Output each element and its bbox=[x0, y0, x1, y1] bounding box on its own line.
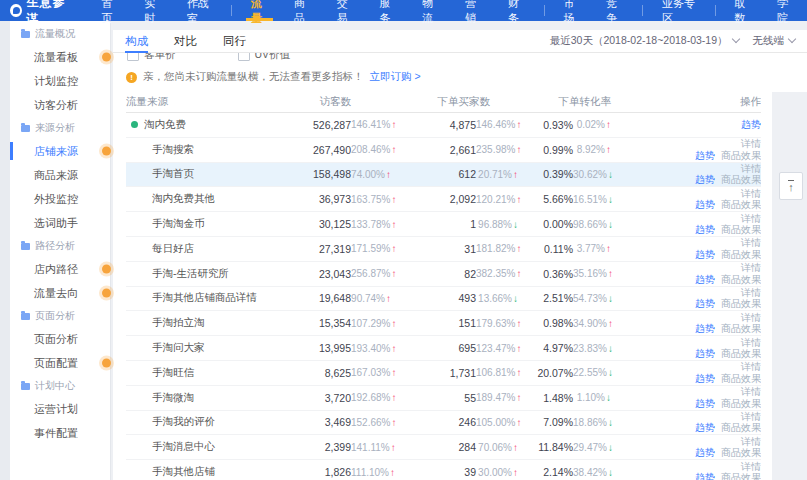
tab-compare[interactable]: 对比 bbox=[174, 30, 197, 52]
terminal-selector[interactable]: 无线端 bbox=[753, 34, 796, 48]
sidebar-item[interactable]: 商品来源 bbox=[10, 163, 110, 187]
nav-item[interactable]: 流量 bbox=[238, 0, 281, 21]
sidebar-item[interactable]: 选词助手 bbox=[10, 211, 110, 235]
trend-link[interactable]: 趋势 bbox=[695, 447, 715, 458]
effect-link[interactable]: 商品效果 bbox=[721, 323, 761, 334]
nav-item[interactable]: 作战室 bbox=[174, 0, 225, 21]
trend-link[interactable]: 趋势 bbox=[695, 348, 715, 359]
table-row[interactable]: 手淘旺信8,625167.03%↑1,731106.81%↑20.07%22.5… bbox=[126, 361, 761, 386]
sidebar-item[interactable]: 事件配置 bbox=[10, 421, 110, 445]
sidebar-item[interactable]: 页面分析 bbox=[10, 327, 110, 351]
nav-item[interactable]: 营销 bbox=[452, 0, 495, 21]
sidebar-item[interactable]: 流量看板 bbox=[10, 45, 110, 69]
sidebar-section[interactable]: 来源分析 bbox=[10, 117, 110, 139]
sidebar-item[interactable]: 店铺来源 bbox=[10, 139, 110, 163]
detail-link[interactable]: 详情 bbox=[741, 436, 761, 447]
date-range-selector[interactable]: 最近30天（2018-02-18~2018-03-19） bbox=[550, 34, 739, 48]
effect-link[interactable]: 商品效果 bbox=[721, 199, 761, 210]
sidebar-section[interactable]: 页面分析 bbox=[10, 305, 110, 327]
effect-link[interactable]: 商品效果 bbox=[721, 447, 761, 458]
trend-link[interactable]: 趋势 bbox=[695, 373, 715, 384]
trend-link[interactable]: 趋势 bbox=[695, 224, 715, 235]
sidebar-item[interactable]: 页面配置 bbox=[10, 351, 110, 375]
detail-link[interactable]: 详情 bbox=[741, 411, 761, 422]
nav-item[interactable]: 竞争 bbox=[593, 0, 636, 21]
trend-link[interactable]: 趋势 bbox=[695, 323, 715, 334]
subscribe-link[interactable]: 立即订购 > bbox=[370, 70, 421, 84]
detail-link[interactable]: 详情 bbox=[741, 237, 761, 248]
checkbox-customer-price[interactable]: 客单价 bbox=[127, 53, 176, 64]
trend-link[interactable]: 趋势 bbox=[695, 472, 715, 480]
sidebar-section[interactable]: 路径分析 bbox=[10, 235, 110, 257]
trend-link[interactable]: 趋势 bbox=[695, 174, 715, 185]
table-row[interactable]: 淘内免费其他36,973163.75%↑2,092120.21%↑5.66%16… bbox=[126, 187, 761, 212]
app-logo[interactable]: 生意参谋 bbox=[10, 0, 72, 28]
detail-link[interactable]: 详情 bbox=[741, 461, 761, 472]
nav-item[interactable]: 物流 bbox=[409, 0, 452, 21]
table-row[interactable]: 手淘消息中心2,399141.11%↑28470.06%↑11.84%29.47… bbox=[126, 435, 761, 460]
nav-item[interactable]: 取数 bbox=[721, 0, 764, 21]
nav-item[interactable]: 财务 bbox=[495, 0, 538, 21]
trend-link[interactable]: 趋势 bbox=[741, 119, 761, 130]
effect-link[interactable]: 商品效果 bbox=[721, 249, 761, 260]
detail-link[interactable]: 详情 bbox=[741, 213, 761, 224]
effect-link[interactable]: 商品效果 bbox=[721, 174, 761, 185]
detail-link[interactable]: 详情 bbox=[741, 337, 761, 348]
table-row[interactable]: 手淘我的评价3,469152.66%↑246105.00%↑7.09%18.86… bbox=[126, 411, 761, 436]
detail-link[interactable]: 详情 bbox=[741, 262, 761, 273]
detail-link[interactable]: 详情 bbox=[741, 312, 761, 323]
sidebar-item[interactable]: 访客分析 bbox=[10, 93, 110, 117]
trend-link[interactable]: 趋势 bbox=[695, 274, 715, 285]
nav-item[interactable]: 商品 bbox=[281, 0, 324, 21]
trend-link[interactable]: 趋势 bbox=[695, 298, 715, 309]
effect-link[interactable]: 商品效果 bbox=[721, 274, 761, 285]
checkbox-uv-value[interactable]: UV价值 bbox=[238, 53, 291, 64]
sidebar-item[interactable]: 流量去向 bbox=[10, 281, 110, 305]
table-row[interactable]: 手淘其他店铺商品详情19,64890.74%↑49313.66%↓2.51%54… bbox=[126, 287, 761, 312]
table-row[interactable]: 淘内免费526,287146.41%↑4,875146.46%↑0.93%0.0… bbox=[126, 113, 761, 138]
nav-item[interactable]: 业务专区 bbox=[649, 0, 709, 21]
effect-link[interactable]: 商品效果 bbox=[721, 348, 761, 359]
table-row[interactable]: 每日好店27,319171.59%↑31181.82%↑0.11%3.77%↑详… bbox=[126, 237, 761, 262]
effect-link[interactable]: 商品效果 bbox=[721, 150, 761, 161]
tab-composition[interactable]: 构成 bbox=[125, 30, 148, 52]
effect-link[interactable]: 商品效果 bbox=[721, 472, 761, 480]
table-row[interactable]: 手淘问大家13,995193.40%↑695123.47%↑4.97%23.83… bbox=[126, 336, 761, 361]
effect-link[interactable]: 商品效果 bbox=[721, 224, 761, 235]
sidebar-item[interactable]: 店内路径 bbox=[10, 257, 110, 281]
nav-item[interactable]: 实时 bbox=[131, 0, 174, 21]
effect-link[interactable]: 商品效果 bbox=[721, 422, 761, 433]
effect-link[interactable]: 商品效果 bbox=[721, 298, 761, 309]
table-row[interactable]: 手淘搜索267,490208.46%↑2,661235.98%↑0.99%8.9… bbox=[126, 138, 761, 163]
detail-link[interactable]: 详情 bbox=[741, 188, 761, 199]
back-to-top-button[interactable]: ↑ bbox=[779, 172, 803, 200]
sidebar-item[interactable]: 外投监控 bbox=[10, 187, 110, 211]
sidebar-section[interactable]: 计划中心 bbox=[10, 375, 110, 397]
trend-link[interactable]: 趋势 bbox=[695, 422, 715, 433]
trend-link[interactable]: 趋势 bbox=[695, 150, 715, 161]
table-row[interactable]: 手淘首页158,49874.00%↑61220.71%↑0.39%30.62%↓… bbox=[126, 163, 761, 188]
table-row[interactable]: 手淘-生活研究所23,043256.87%↑82382.35%↑0.36%35.… bbox=[126, 262, 761, 287]
table-row[interactable]: 手淘淘金币30,125133.78%↑196.88%↓0.00%98.66%↓详… bbox=[126, 212, 761, 237]
trend-link[interactable]: 趋势 bbox=[695, 249, 715, 260]
detail-link[interactable]: 详情 bbox=[741, 386, 761, 397]
table-row[interactable]: 手淘其他店铺1,826111.10%↑3930.00%↑2.14%38.42%↓… bbox=[126, 460, 761, 480]
nav-item[interactable]: 交易 bbox=[324, 0, 367, 21]
nav-item[interactable]: 服务 bbox=[367, 0, 410, 21]
effect-link[interactable]: 商品效果 bbox=[721, 373, 761, 384]
effect-link[interactable]: 商品效果 bbox=[721, 398, 761, 409]
sidebar-item[interactable]: 计划监控 bbox=[10, 69, 110, 93]
table-row[interactable]: 手淘微淘3,720192.68%↑55189.47%↑1.48%1.10%↓详情… bbox=[126, 386, 761, 411]
sidebar-item[interactable]: 运营计划 bbox=[10, 397, 110, 421]
detail-link[interactable]: 详情 bbox=[741, 361, 761, 372]
nav-item[interactable]: 学院 bbox=[764, 0, 807, 21]
trend-link[interactable]: 趋势 bbox=[695, 199, 715, 210]
detail-link[interactable]: 详情 bbox=[741, 163, 761, 174]
table-row[interactable]: 手淘拍立淘15,354107.29%↑151179.63%↑0.98%34.90… bbox=[126, 311, 761, 336]
tab-peers[interactable]: 同行 bbox=[223, 30, 246, 52]
detail-link[interactable]: 详情 bbox=[741, 287, 761, 298]
nav-item[interactable]: 市场 bbox=[551, 0, 594, 21]
trend-link[interactable]: 趋势 bbox=[695, 398, 715, 409]
nav-item[interactable]: 首页 bbox=[88, 0, 131, 21]
detail-link[interactable]: 详情 bbox=[741, 138, 761, 149]
